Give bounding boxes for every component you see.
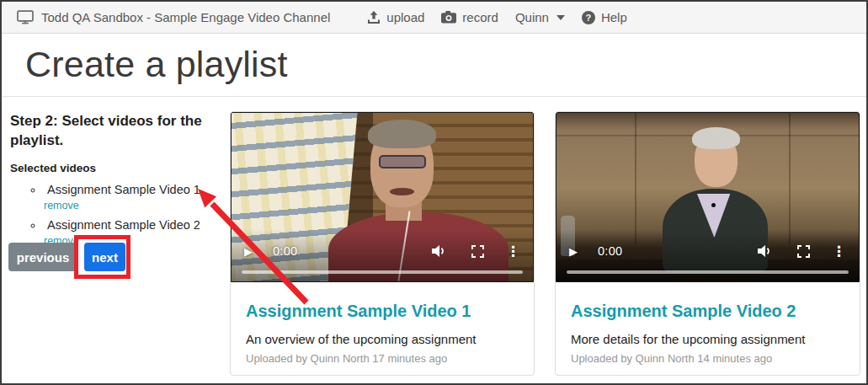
wizard-buttons: previous next	[8, 243, 125, 271]
play-icon[interactable]: ▶	[569, 245, 578, 258]
video-player-1[interactable]: ▶ 0:00 ⋮	[231, 112, 534, 282]
channel-title: Todd QA Sandbox - Sample Engage Video Ch…	[41, 10, 330, 24]
next-button[interactable]: next	[84, 243, 125, 271]
thumbnail-1-person-hair	[368, 120, 436, 148]
chevron-down-icon	[556, 15, 565, 20]
thumbnail-1-person-mouth	[390, 188, 414, 195]
selected-video-item: Assignment Sample Video 1 remove	[44, 183, 224, 218]
kebab-menu-icon[interactable]: ⋮	[832, 244, 846, 259]
play-icon[interactable]: ▶	[244, 245, 253, 258]
fullscreen-icon[interactable]	[471, 245, 484, 258]
playlist-wizard-panel: Step 2: Select videos for the playlist. …	[10, 112, 224, 254]
selected-videos-heading: Selected videos	[10, 162, 224, 174]
video-uploaded-meta: Uploaded by Quinn North 17 minutes ago	[246, 352, 519, 365]
channel-home-link[interactable]: Todd QA Sandbox - Sample Engage Video Ch…	[17, 10, 330, 24]
video-card-2: ▶ 0:00 ⋮ Assignment Sample Video 2 More …	[555, 111, 860, 376]
video-card-1: ▶ 0:00 ⋮ Assignment Sample Video 1 An ov…	[230, 111, 535, 376]
title-divider	[2, 96, 866, 97]
page-title: Create a playlist	[25, 44, 866, 85]
video-uploaded-meta: Uploaded by Quinn North 14 minutes ago	[571, 352, 844, 365]
user-menu-label: Quinn	[515, 10, 549, 24]
kebab-menu-icon[interactable]: ⋮	[506, 244, 520, 259]
player-controls: ▶ 0:00 ⋮	[556, 243, 859, 259]
player-controls: ▶ 0:00 ⋮	[232, 243, 533, 259]
record-button[interactable]: record	[441, 10, 498, 24]
selected-video-title: Assignment Sample Video 1	[47, 183, 200, 196]
volume-icon[interactable]	[758, 244, 774, 258]
help-label: Help	[601, 10, 627, 24]
card-body: Assignment Sample Video 2 More details f…	[556, 282, 860, 365]
video-description: More details for the upcoming assignment	[571, 332, 844, 346]
video-title-link[interactable]: Assignment Sample Video 2	[571, 302, 844, 321]
upload-icon	[367, 11, 381, 24]
previous-button[interactable]: previous	[8, 243, 77, 271]
record-label: record	[462, 10, 498, 24]
remove-video-link[interactable]: remove	[44, 200, 79, 211]
user-menu[interactable]: Quinn	[515, 10, 565, 24]
video-player-2[interactable]: ▶ 0:00 ⋮	[556, 112, 860, 282]
monitor-icon	[17, 10, 34, 24]
video-title-link[interactable]: Assignment Sample Video 1	[246, 302, 519, 321]
seek-bar[interactable]	[242, 270, 523, 274]
thumbnail-1-person-glasses	[379, 155, 426, 168]
time-display: 0:00	[273, 244, 297, 258]
volume-icon[interactable]	[432, 244, 448, 258]
video-description: An overview of the upcoming assignment	[246, 332, 519, 346]
help-icon: ?	[582, 11, 595, 24]
step-heading: Step 2: Select videos for the playlist.	[10, 112, 224, 151]
thumbnail-2-person-hair	[692, 127, 740, 149]
thumbnail-2-panel-line	[635, 113, 636, 244]
upload-button[interactable]: upload	[367, 10, 424, 24]
help-button[interactable]: ? Help	[582, 10, 627, 24]
fullscreen-icon[interactable]	[797, 245, 810, 258]
thumbnail-2-panel-line	[789, 113, 791, 244]
time-display: 0:00	[598, 244, 622, 258]
card-body: Assignment Sample Video 1 An overview of…	[231, 282, 534, 365]
camera-icon	[441, 11, 456, 24]
top-navbar: Todd QA Sandbox - Sample Engage Video Ch…	[2, 2, 866, 34]
seek-bar[interactable]	[567, 270, 849, 274]
upload-label: upload	[386, 10, 424, 24]
selected-video-title: Assignment Sample Video 2	[47, 218, 200, 232]
